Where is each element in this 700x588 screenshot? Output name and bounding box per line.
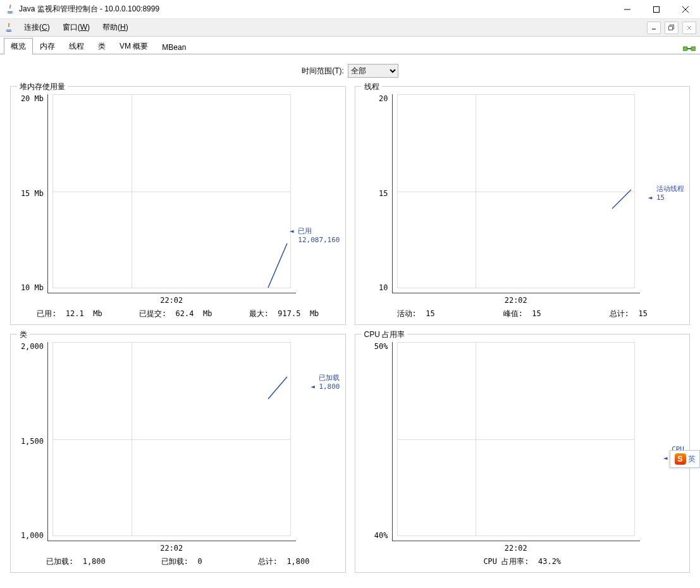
java-icon: [5, 4, 15, 15]
java-icon: [4, 23, 14, 33]
svg-rect-1: [654, 6, 660, 12]
tab-threads[interactable]: 线程: [62, 38, 91, 54]
cpu-title: CPU 占用率: [362, 329, 408, 340]
threads-title: 线程: [362, 82, 382, 92]
cpu-chart[interactable]: CPU◄ 43. 22:02: [392, 342, 685, 553]
threads-yaxis: 201510: [360, 94, 392, 305]
ime-lang: 英: [688, 454, 696, 465]
cpu-status: CPU 占用率: 43.2%: [360, 553, 685, 570]
heap-yaxis: 20 Mb15 Mb10 Mb: [16, 94, 47, 305]
window-maximize-button[interactable]: [642, 0, 671, 19]
ime-indicator[interactable]: S 英: [670, 450, 700, 468]
mdi-restore-button[interactable]: [665, 21, 679, 34]
classes-chart[interactable]: 已加载◄ 1,800 22:02: [47, 342, 340, 553]
threads-chart[interactable]: 活动线程◄ 15 22:02: [392, 94, 685, 305]
tab-overview[interactable]: 概览: [4, 38, 33, 54]
threads-status: 活动: 15 峰值: 15 总计: 15: [360, 305, 685, 322]
tab-classes[interactable]: 类: [91, 38, 113, 54]
heap-status: 已用: 12.1 Mb 已提交: 62.4 Mb 最大: 917.5 Mb: [16, 305, 340, 322]
svg-line-14: [268, 377, 287, 399]
classes-status: 已加载: 1,800 已卸载: 0 总计: 1,800: [16, 553, 340, 570]
heap-chart[interactable]: ◄ 已用 12,087,160 22:02: [47, 94, 340, 305]
svg-rect-6: [669, 26, 673, 30]
mdi-close-button[interactable]: [682, 21, 696, 34]
menu-connect[interactable]: 连接(C): [18, 20, 56, 35]
svg-line-12: [268, 243, 287, 288]
classes-title: 类: [17, 329, 30, 340]
mdi-minimize-button[interactable]: [647, 21, 661, 34]
ime-logo-icon: S: [675, 453, 686, 465]
window-title: Java 监视和管理控制台 - 10.0.0.100:8999: [19, 4, 613, 15]
menubar: 连接(C) 窗口(W) 帮助(H): [0, 19, 700, 37]
window-close-button[interactable]: [671, 0, 700, 19]
menu-window[interactable]: 窗口(W): [56, 20, 96, 35]
tab-memory[interactable]: 内存: [33, 38, 62, 54]
tab-mbean[interactable]: MBean: [155, 40, 193, 54]
heap-title: 堆内存使用量: [17, 82, 68, 92]
time-range-control: 时间范围(T): 全部: [0, 61, 700, 81]
time-range-label: 时间范围(T):: [302, 66, 344, 77]
svg-rect-9: [683, 47, 687, 51]
classes-panel: 类 2,0001,5001,000 已加载◄ 1,800 22:02 已加载: …: [10, 334, 346, 573]
time-range-select[interactable]: 全部: [348, 64, 398, 78]
cpu-panel: CPU 占用率 50%40% CPU◄ 43. 22:02 CPU 占用率: 4…: [355, 334, 691, 573]
tabbar: 概览 内存 线程 类 VM 概要 MBean: [0, 37, 700, 54]
cpu-yaxis: 50%40%: [360, 342, 392, 553]
window-titlebar: Java 监视和管理控制台 - 10.0.0.100:8999: [0, 0, 700, 19]
tab-vmsummary[interactable]: VM 概要: [113, 38, 155, 54]
classes-yaxis: 2,0001,5001,000: [16, 342, 47, 553]
threads-panel: 线程 201510 活动线程◄ 15 22:02 活动: 15 峰值: 15 总…: [355, 86, 691, 325]
connection-status-icon: [682, 43, 696, 54]
menu-help[interactable]: 帮助(H): [96, 20, 135, 35]
window-minimize-button[interactable]: [613, 0, 642, 19]
heap-panel: 堆内存使用量 20 Mb15 Mb10 Mb ◄ 已用 12,087,160 2…: [10, 86, 346, 325]
svg-line-13: [612, 190, 631, 209]
svg-rect-10: [691, 47, 696, 51]
